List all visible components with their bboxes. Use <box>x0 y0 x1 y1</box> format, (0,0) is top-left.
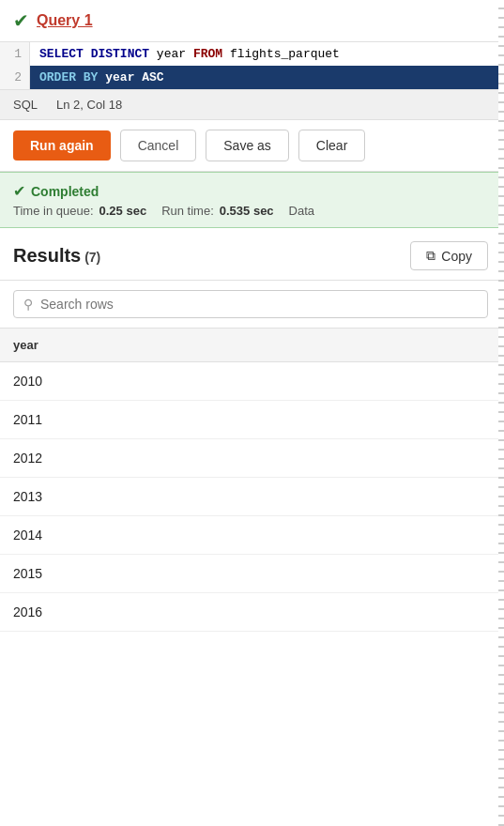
cancel-button[interactable]: Cancel <box>120 130 197 161</box>
check-icon: ✔ <box>13 9 29 32</box>
table-cell: 2012 <box>0 439 501 478</box>
queue-label: Time in queue: <box>13 204 94 218</box>
save-as-button[interactable]: Save as <box>206 130 289 161</box>
data-label: Data <box>289 204 314 218</box>
code-editor[interactable]: 1 SELECT DISTINCT year FROM flights_parq… <box>0 42 501 90</box>
kw-from: FROM <box>193 47 222 61</box>
order-value: year ASC <box>105 70 163 84</box>
runtime-value: 0.535 sec <box>220 204 274 218</box>
cursor-position: Ln 2, Col 18 <box>56 98 122 112</box>
clear-button[interactable]: Clear <box>298 130 365 161</box>
search-icon: ⚲ <box>23 297 33 312</box>
copy-button[interactable]: ⧉ Copy <box>410 241 488 270</box>
results-header: Results (7) ⧉ Copy <box>0 228 501 281</box>
column-year: year <box>0 329 501 362</box>
results-count: (7) <box>84 250 100 265</box>
kw-orderby: ORDER BY <box>39 70 98 84</box>
completed-row: ✔ Completed <box>13 182 488 200</box>
table-row: 2012 <box>0 439 501 478</box>
results-title-group: Results (7) <box>13 245 100 267</box>
code-line-1[interactable]: 1 SELECT DISTINCT year FROM flights_parq… <box>0 42 501 66</box>
results-title: Results <box>13 245 81 266</box>
table-cell: 2011 <box>0 401 501 439</box>
table-cell: 2016 <box>0 593 501 632</box>
table-row: 2010 <box>0 362 501 401</box>
search-box[interactable]: ⚲ <box>13 290 488 318</box>
kw-select: SELECT <box>39 47 84 61</box>
kw-distinct: DISTINCT <box>91 47 149 61</box>
language-label: SQL <box>13 98 38 112</box>
query-title: Query 1 <box>37 12 93 29</box>
queue-value: 0.25 sec <box>99 204 147 218</box>
search-input[interactable] <box>40 297 478 312</box>
status-bar: SQL Ln 2, Col 18 <box>0 90 501 120</box>
table-row: 2016 <box>0 593 501 632</box>
query-header: ✔ Query 1 <box>0 0 501 42</box>
line-content-2: ORDER BY year ASC <box>30 66 501 89</box>
table-cell: 2014 <box>0 516 501 555</box>
copy-label: Copy <box>441 249 472 264</box>
toolbar: Run again Cancel Save as Clear <box>0 120 501 172</box>
completed-check-icon: ✔ <box>13 182 25 200</box>
table-row: 2015 <box>0 555 501 593</box>
table-cell: 2013 <box>0 478 501 516</box>
runtime-label: Run time: <box>161 204 214 218</box>
table-row: 2014 <box>0 516 501 555</box>
stats-row: Time in queue: 0.25 sec Run time: 0.535 … <box>13 204 488 218</box>
table-cell: 2010 <box>0 362 501 401</box>
results-table: year 2010201120122013201420152016 <box>0 328 501 632</box>
table-row: 2013 <box>0 478 501 516</box>
run-again-button[interactable]: Run again <box>13 130 111 161</box>
code-line-2[interactable]: 2 ORDER BY year ASC <box>0 66 501 89</box>
completed-banner: ✔ Completed Time in queue: 0.25 sec Run … <box>0 172 501 228</box>
table-header-row: year <box>0 329 501 362</box>
completed-label: Completed <box>31 184 99 199</box>
table-row: 2011 <box>0 401 501 439</box>
line-number-1: 1 <box>0 42 30 66</box>
table-cell: 2015 <box>0 555 501 593</box>
line-number-2: 2 <box>0 66 30 89</box>
copy-icon: ⧉ <box>426 248 435 264</box>
line-content-1: SELECT DISTINCT year FROM flights_parque… <box>30 42 501 66</box>
